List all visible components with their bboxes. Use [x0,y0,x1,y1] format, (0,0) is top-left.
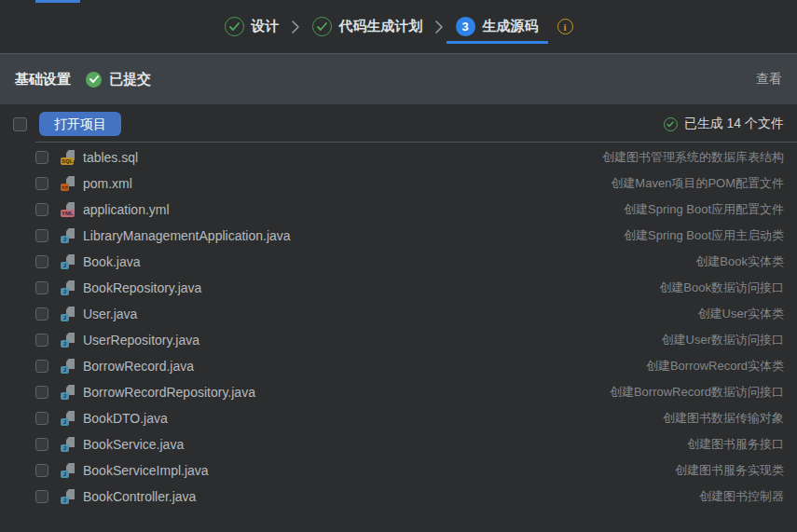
file-description: 创建图书数据传输对象 [663,410,784,427]
file-description: 创建BorrowRecord实体类 [646,358,784,375]
file-row[interactable]: YML application.yml 创建Spring Boot应用配置文件 [0,197,797,223]
file-description: 创建User数据访问接口 [662,332,784,348]
file-checkbox[interactable] [35,203,48,216]
file-type-icon: SQL [61,150,76,165]
file-type-badge: J [61,314,69,321]
file-type-badge: J [61,366,69,374]
file-row[interactable]: J UserRepository.java 创建User数据访问接口 [0,327,797,353]
file-row[interactable]: J BookController.java 创建图书控制器 [0,484,797,510]
generated-summary: 已生成 14 个文件 [664,116,784,132]
file-type-icon: J [61,228,76,243]
file-type-icon: J [61,307,76,321]
step-generate-source[interactable]: 3 生成源码 [456,17,539,36]
info-icon[interactable]: i [557,19,573,34]
status-badge: 已提交 [109,71,151,89]
step-label: 设计 [252,18,280,35]
step-design[interactable]: 设计 [225,17,280,36]
file-type-badge: J [61,497,69,504]
file-description: 创建图书服务实现类 [675,462,784,479]
file-checkbox[interactable] [35,255,48,268]
file-row[interactable]: J User.java 创建User实体类 [0,301,797,327]
file-row[interactable]: SQL tables.sql 创建图书管理系统的数据库表结构 [0,144,797,171]
file-description: 创建图书控制器 [699,488,784,505]
file-type-badge: J [61,340,69,348]
file-type-icon: J [61,411,76,426]
file-type-badge: SQL [61,157,74,165]
file-description: 创建Maven项目的POM配置文件 [611,175,784,192]
submitted-check-icon [86,72,102,88]
file-description: 创建Book数据访问接口 [659,280,784,296]
file-checkbox[interactable] [35,307,48,321]
file-type-icon: YML [61,202,76,217]
file-description: 创建BorrowRecord数据访问接口 [610,384,784,401]
file-type-icon: J [61,489,76,504]
file-description: 创建Spring Boot应用配置文件 [624,201,784,218]
file-type-icon: J [61,463,76,478]
file-type-icon: J [61,437,76,452]
chevron-right-icon [292,20,300,34]
file-checkbox[interactable] [35,229,48,242]
generated-summary-text: 已生成 14 个文件 [684,116,784,132]
file-row[interactable]: J BookRepository.java 创建Book数据访问接口 [0,275,797,301]
file-type-badge: J [61,444,69,452]
file-checkbox[interactable] [35,151,48,164]
file-row[interactable]: J LibraryManagementApplication.java 创建Sp… [0,223,797,249]
file-name: BookDTO.java [83,411,168,426]
file-checkbox[interactable] [35,281,48,294]
file-description: 创建图书管理系统的数据库表结构 [602,149,784,166]
top-tab-indicator [35,0,80,3]
open-project-button[interactable]: 打开项目 [39,112,121,136]
file-type-badge: YML [61,210,75,217]
file-row[interactable]: J BookServiceImpl.java 创建图书服务实现类 [0,457,797,484]
file-name: BookServiceImpl.java [83,463,209,478]
view-link[interactable]: 查看 [756,71,782,88]
file-type-badge: J [61,288,69,295]
file-type-icon: <> [61,176,76,191]
file-row[interactable]: J Book.java 创建Book实体类 [0,249,797,275]
file-name: BorrowRecordRepository.java [83,385,255,400]
file-type-badge: J [61,262,69,269]
file-row[interactable]: J BookService.java 创建图书服务接口 [0,431,797,457]
file-checkbox[interactable] [35,386,48,399]
file-list: SQL tables.sql 创建图书管理系统的数据库表结构 <> pom.xm… [0,143,797,510]
select-all-checkbox[interactable] [13,117,27,131]
file-name: BookRepository.java [83,280,201,295]
file-name: tables.sql [83,150,138,165]
file-name: UserRepository.java [83,333,199,348]
file-row[interactable]: J BorrowRecordRepository.java 创建BorrowRe… [0,379,797,405]
file-name: BorrowRecord.java [83,359,194,374]
step-code-plan[interactable]: 代码生成计划 [312,17,423,36]
check-circle-icon [225,17,244,36]
file-name: BookService.java [83,437,184,452]
file-row[interactable]: <> pom.xml 创建Maven项目的POM配置文件 [0,171,797,197]
file-name: LibraryManagementApplication.java [83,228,291,243]
file-name: Book.java [83,254,140,269]
file-type-icon: J [61,333,76,348]
file-checkbox[interactable] [35,412,48,425]
file-name: User.java [83,307,137,321]
file-checkbox[interactable] [35,464,48,477]
step-label: 生成源码 [483,18,539,35]
file-type-badge: J [61,418,69,426]
step-label: 代码生成计划 [339,18,423,35]
file-description: 创建User实体类 [698,306,784,322]
file-type-icon: J [61,385,76,400]
file-type-badge: J [61,392,69,400]
file-checkbox[interactable] [35,490,48,503]
file-name: BookController.java [83,489,196,504]
file-description: 创建Spring Boot应用主启动类 [624,227,784,244]
file-checkbox[interactable] [35,334,48,347]
settings-bar: 基础设置 已提交 查看 [0,53,797,104]
file-checkbox[interactable] [35,177,48,190]
file-checkbox[interactable] [35,438,48,451]
file-row[interactable]: J BorrowRecord.java 创建BorrowRecord实体类 [0,353,797,379]
file-checkbox[interactable] [35,360,48,373]
file-type-icon: J [61,254,76,269]
file-type-badge: J [61,471,69,478]
check-circle-icon [312,17,332,36]
check-circle-outline-icon [664,117,678,131]
toolbar: 打开项目 已生成 14 个文件 [0,104,797,142]
settings-title: 基础设置 [15,71,71,89]
step-number-badge: 3 [456,17,475,36]
file-row[interactable]: J BookDTO.java 创建图书数据传输对象 [0,405,797,431]
